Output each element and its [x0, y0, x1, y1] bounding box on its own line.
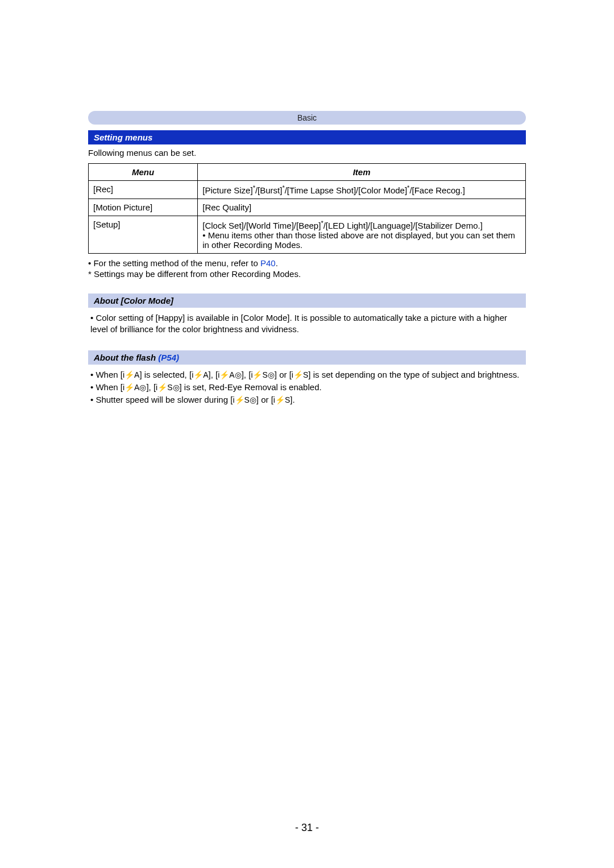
flash-auto-redeye-icon: i⚡A◎: [218, 370, 241, 379]
flash-auto-redeye-icon: i⚡A◎: [123, 383, 146, 392]
note1-prefix: • For the setting method of the menu, re…: [88, 258, 260, 268]
cell-menu-motion: [Motion Picture]: [89, 199, 198, 216]
flash-text: ], [: [146, 382, 156, 392]
flash-text: ] or [: [275, 370, 292, 379]
th-item: Item: [198, 164, 526, 181]
flash-slow-icon: i⚡S: [292, 370, 308, 379]
flash-auto-icon: i⚡A: [192, 370, 208, 379]
flash-text: • When [: [90, 382, 123, 392]
flash-slow-redeye-icon: i⚡S◎: [233, 395, 256, 404]
th-menu: Menu: [89, 164, 198, 181]
section-heading-flash: About the flash (P54): [88, 350, 526, 365]
flash-heading-prefix: About the flash: [94, 353, 158, 362]
cell-menu-rec: [Rec]: [89, 181, 198, 199]
section-heading-setting-menus: Setting menus: [88, 130, 526, 144]
flash-slow-redeye-icon: i⚡S◎: [156, 383, 179, 392]
page-number: - 31 -: [0, 822, 614, 834]
flash-text: • Shutter speed will be slower during [: [90, 395, 233, 404]
color-mode-body: • Color setting of [Happy] is available …: [88, 312, 526, 336]
note1-suffix: .: [276, 258, 278, 268]
flash-auto-icon: i⚡A: [123, 370, 139, 379]
note2: * Settings may be different from other R…: [88, 269, 526, 279]
chapter-band: Basic: [88, 111, 526, 125]
link-p54[interactable]: (P54): [158, 353, 179, 362]
cell-menu-setup: [Setup]: [89, 216, 198, 254]
cell-item-rec: [Picture Size]*/[Burst]*/[Time Lapse Sho…: [198, 181, 526, 199]
flash-body: • When [i⚡A] is selected, [i⚡A], [i⚡A◎],…: [88, 369, 526, 406]
flash-text: ], [: [242, 370, 251, 379]
flash-slow-redeye-icon: i⚡S◎: [251, 370, 274, 379]
flash-text: ] or [: [256, 395, 273, 404]
cell-item-motion: [Rec Quality]: [198, 199, 526, 216]
menu-table: Menu Item [Rec] [Picture Size]*/[Burst]*…: [88, 163, 526, 254]
cell-item-setup: [Clock Set]/[World Time]/[Beep]*/[LED Li…: [198, 216, 526, 254]
table-footnotes: • For the setting method of the menu, re…: [88, 258, 526, 279]
table-row: [Setup] [Clock Set]/[World Time]/[Beep]*…: [89, 216, 526, 254]
flash-text: ] is set depending on the type of subjec…: [308, 370, 519, 379]
table-row: [Rec] [Picture Size]*/[Burst]*/[Time Lap…: [89, 181, 526, 199]
link-p40[interactable]: P40: [260, 258, 276, 268]
flash-text: ] is selected, [: [139, 370, 192, 379]
intro-text: Following menus can be set.: [88, 148, 526, 158]
table-row: [Motion Picture] [Rec Quality]: [89, 199, 526, 216]
section-heading-color-mode: About [Color Mode]: [88, 294, 526, 308]
flash-text: ] is set, Red-Eye Removal is enabled.: [180, 382, 322, 392]
flash-text: ], [: [209, 370, 218, 379]
flash-slow-icon: i⚡S: [273, 395, 290, 404]
flash-text: • When [: [90, 370, 123, 379]
flash-text: ].: [290, 395, 294, 404]
